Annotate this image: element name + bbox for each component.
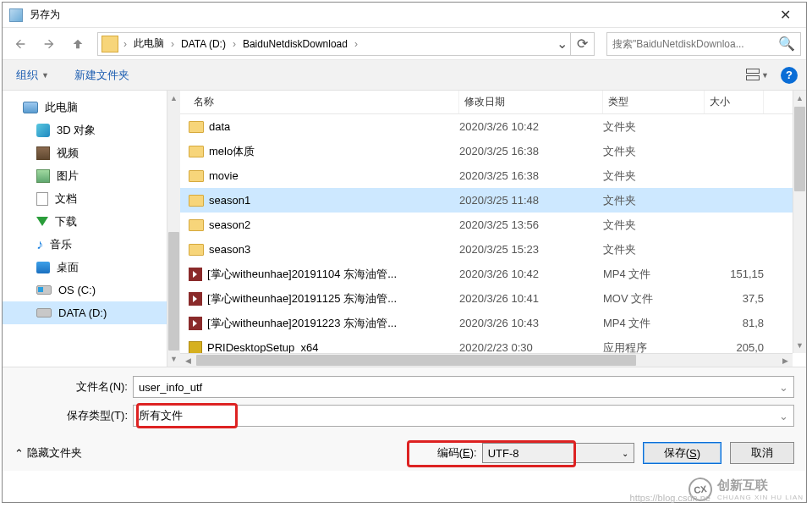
chevron-right-icon[interactable]: › <box>122 33 129 55</box>
3d-objects-icon <box>36 124 50 137</box>
help-icon[interactable]: ? <box>781 67 798 84</box>
column-size[interactable]: 大小 <box>705 91 764 113</box>
scroll-down-icon[interactable]: ▼ <box>793 338 806 353</box>
nav-forward-button <box>36 33 62 55</box>
column-name[interactable]: 名称 <box>189 91 459 113</box>
titlebar: 另存为 ✕ <box>3 3 806 28</box>
folder-icon <box>189 170 204 182</box>
highlight-encoding <box>407 440 576 467</box>
scroll-right-icon[interactable]: ▶ <box>777 354 793 367</box>
filename-input[interactable]: user_info_utf⌄ <box>133 376 794 398</box>
toolbar: 组织▼ 新建文件夹 ▼ ? <box>3 60 806 91</box>
file-name: melo体质 <box>209 144 255 159</box>
scrollbar-thumb[interactable] <box>196 355 636 366</box>
file-date: 2020/3/26 10:41 <box>459 292 603 305</box>
sidebar-item-data-drive[interactable]: DATA (D:) <box>3 301 180 324</box>
breadcrumb[interactable]: › 此电脑 › DATA (D:) › BaiduNetdiskDownload… <box>97 32 595 56</box>
file-size: 151,15 <box>705 268 764 280</box>
file-name: [掌心witheunhae]20191125 东海油管... <box>207 291 397 306</box>
chevron-down-icon[interactable]: ⌄ <box>779 381 788 394</box>
search-field[interactable] <box>612 38 778 50</box>
breadcrumb-this-pc[interactable]: 此电脑 <box>129 33 169 55</box>
scroll-up-icon[interactable]: ▲ <box>167 91 180 106</box>
file-size: 205,0 <box>705 341 764 354</box>
new-folder-button[interactable]: 新建文件夹 <box>69 64 134 86</box>
file-date: 2020/3/26 10:43 <box>459 317 603 329</box>
close-icon[interactable]: ✕ <box>771 3 799 26</box>
sidebar-scrollbar[interactable]: ▲ ▼ <box>167 91 180 367</box>
breadcrumb-drive[interactable]: DATA (D:) <box>176 33 231 55</box>
chevron-down-icon[interactable]: ⌄ <box>779 410 788 422</box>
file-name: season2 <box>209 218 250 231</box>
folder-icon <box>189 244 204 256</box>
scroll-up-icon[interactable]: ▲ <box>793 91 806 106</box>
file-row[interactable]: data2020/3/26 10:42文件夹 <box>180 114 806 139</box>
column-type[interactable]: 类型 <box>603 91 705 113</box>
sidebar-item-os-drive[interactable]: OS (C:) <box>3 279 180 301</box>
chevron-right-icon[interactable]: › <box>169 33 176 55</box>
notepad-icon <box>9 8 23 22</box>
cancel-button[interactable]: 取消 <box>730 442 794 464</box>
chevron-right-icon[interactable]: › <box>353 33 359 55</box>
file-row[interactable]: season12020/3/25 11:48文件夹 <box>180 188 806 213</box>
nav-back-button[interactable] <box>8 33 33 55</box>
chevron-right-icon[interactable]: › <box>231 33 238 55</box>
file-type: 文件夹 <box>603 242 705 257</box>
file-type: MP4 文件 <box>603 316 705 331</box>
file-row[interactable]: season22020/3/25 13:56文件夹 <box>180 213 806 237</box>
column-date[interactable]: 修改日期 <box>459 91 603 113</box>
main-scrollbar-horizontal[interactable]: ◀ ▶ <box>180 353 793 367</box>
pictures-icon <box>36 169 50 183</box>
save-button[interactable]: 保存(S) <box>643 442 721 464</box>
folder-icon <box>189 121 204 133</box>
sidebar-item-pictures[interactable]: 图片 <box>3 164 180 187</box>
file-row[interactable]: [掌心witheunhae]20191125 东海油管...2020/3/26 … <box>180 286 806 311</box>
file-type: MOV 文件 <box>603 291 705 306</box>
nav-up-button[interactable] <box>65 33 91 55</box>
sidebar-item-downloads[interactable]: 下载 <box>3 210 180 233</box>
scrollbar-thumb[interactable] <box>794 107 805 191</box>
view-options-button[interactable]: ▼ <box>746 69 769 81</box>
file-list-pane: 名称 修改日期 类型 大小 data2020/3/26 10:42文件夹melo… <box>180 91 806 367</box>
scrollbar-thumb[interactable] <box>168 232 179 351</box>
music-icon: ♪ <box>36 237 43 252</box>
mp4-icon <box>189 268 202 281</box>
hide-folders-toggle[interactable]: ⌃隐藏文件夹 <box>14 445 82 461</box>
sidebar-item-videos[interactable]: 视频 <box>3 141 180 164</box>
file-type: 文件夹 <box>603 218 705 233</box>
sidebar-item-3d[interactable]: 3D 对象 <box>3 119 180 141</box>
sidebar-item-desktop[interactable]: 桌面 <box>3 256 180 279</box>
file-row[interactable]: movie2020/3/25 16:38文件夹 <box>180 163 806 188</box>
file-date: 2020/2/23 0:30 <box>459 341 603 354</box>
sidebar-item-documents[interactable]: 文档 <box>3 187 180 210</box>
sidebar-item-this-pc[interactable]: 此电脑 <box>3 96 180 119</box>
file-row[interactable]: [掌心witheunhae]20191223 东海油管...2020/3/26 … <box>180 311 806 335</box>
file-row[interactable]: [掌心witheunhae]20191104 东海油管...2020/3/26 … <box>180 262 806 286</box>
desktop-icon <box>36 262 50 273</box>
file-name: movie <box>209 169 239 182</box>
chevron-down-icon[interactable]: ⌄ <box>553 33 570 55</box>
videos-icon <box>36 146 50 160</box>
folder-icon <box>189 195 204 207</box>
search-input[interactable]: 🔍 <box>606 32 801 56</box>
folder-icon <box>102 36 118 52</box>
breadcrumb-folder[interactable]: BaiduNetdiskDownload <box>238 33 353 55</box>
sidebar-item-music[interactable]: ♪音乐 <box>3 233 180 256</box>
file-name: season3 <box>209 243 250 256</box>
file-size: 81,8 <box>705 317 764 329</box>
nav-bar: › 此电脑 › DATA (D:) › BaiduNetdiskDownload… <box>3 28 806 60</box>
organize-button[interactable]: 组织▼ <box>11 64 54 86</box>
column-headers: 名称 修改日期 类型 大小 <box>180 91 806 114</box>
file-date: 2020/3/25 15:23 <box>459 243 603 256</box>
mp4-icon <box>189 292 202 306</box>
file-row[interactable]: melo体质2020/3/25 16:38文件夹 <box>180 139 806 163</box>
window-title: 另存为 <box>30 8 771 22</box>
file-row[interactable]: season32020/3/25 15:23文件夹 <box>180 237 806 262</box>
scroll-down-icon[interactable]: ▼ <box>167 351 180 367</box>
file-date: 2020/3/26 10:42 <box>459 120 603 133</box>
main-scrollbar-vertical[interactable]: ▲ ▼ <box>793 91 806 353</box>
search-icon[interactable]: 🔍 <box>778 36 795 52</box>
refresh-icon[interactable]: ⟳ <box>570 32 594 56</box>
drive-icon <box>36 308 52 318</box>
scroll-left-icon[interactable]: ◀ <box>180 354 195 367</box>
